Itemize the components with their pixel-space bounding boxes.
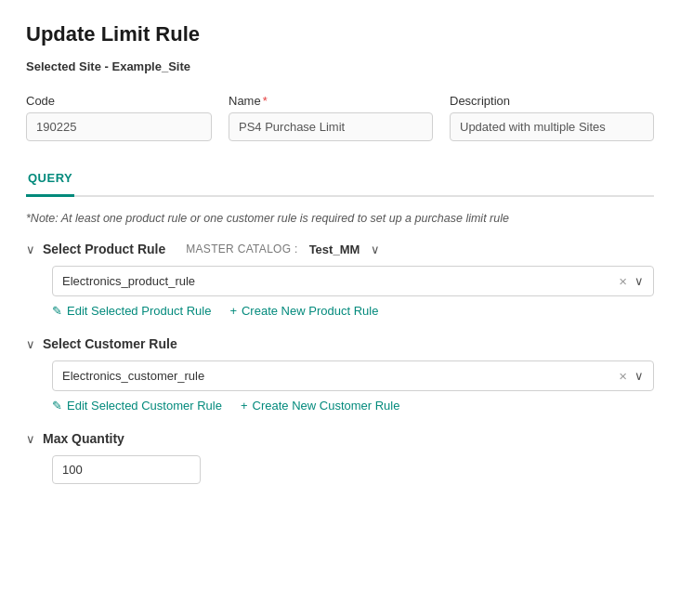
name-input[interactable] bbox=[229, 112, 433, 141]
catalog-label: MASTER CATALOG : bbox=[186, 242, 297, 256]
product-rule-actions: ✎ Edit Selected Product Rule + Create Ne… bbox=[52, 304, 654, 318]
product-rule-section: ∨ Select Product Rule MASTER CATALOG : T… bbox=[26, 242, 654, 318]
product-rule-select-actions: × ∨ bbox=[619, 274, 644, 288]
selected-site-label: Selected Site - Example_Site bbox=[26, 59, 654, 73]
product-rule-select[interactable]: Electronics_product_rule × ∨ bbox=[52, 266, 654, 296]
query-note: *Note: At least one product rule or one … bbox=[26, 212, 654, 225]
form-row: Code Name* Description bbox=[26, 94, 654, 141]
product-rule-selected-value: Electronics_product_rule bbox=[62, 274, 619, 288]
description-field-group: Description bbox=[450, 94, 654, 141]
customer-rule-selected-value: Electronics_customer_rule bbox=[62, 369, 619, 383]
customer-rule-clear-icon[interactable]: × bbox=[619, 369, 627, 383]
customer-rule-header: ∨ Select Customer Rule bbox=[26, 336, 654, 351]
customer-rule-section: ∨ Select Customer Rule Electronics_custo… bbox=[26, 336, 654, 413]
tabs-bar: QUERY bbox=[26, 164, 654, 197]
max-quantity-title: Max Quantity bbox=[43, 431, 124, 446]
code-field-group: Code bbox=[26, 94, 212, 141]
tab-query[interactable]: QUERY bbox=[26, 164, 74, 197]
catalog-value: Test_MM bbox=[309, 242, 360, 256]
page-title: Update Limit Rule bbox=[26, 22, 654, 46]
product-rule-clear-icon[interactable]: × bbox=[619, 274, 627, 288]
edit-product-rule-icon: ✎ bbox=[52, 304, 62, 318]
product-rule-chevron[interactable]: ∨ bbox=[26, 242, 35, 256]
code-input[interactable] bbox=[26, 112, 212, 141]
name-label: Name* bbox=[229, 94, 433, 108]
edit-customer-rule-link[interactable]: ✎ Edit Selected Customer Rule bbox=[52, 399, 222, 413]
max-quantity-chevron[interactable]: ∨ bbox=[26, 432, 35, 446]
customer-rule-chevron[interactable]: ∨ bbox=[26, 337, 35, 351]
customer-rule-actions: ✎ Edit Selected Customer Rule + Create N… bbox=[52, 399, 654, 413]
required-indicator: * bbox=[263, 94, 268, 108]
customer-rule-select-actions: × ∨ bbox=[619, 369, 644, 383]
create-customer-rule-link[interactable]: + Create New Customer Rule bbox=[241, 399, 400, 413]
customer-rule-title: Select Customer Rule bbox=[43, 336, 177, 351]
max-quantity-input[interactable] bbox=[52, 455, 201, 484]
code-label: Code bbox=[26, 94, 212, 108]
create-product-rule-link[interactable]: + Create New Product Rule bbox=[229, 304, 378, 318]
max-quantity-header: ∨ Max Quantity bbox=[26, 431, 654, 446]
max-quantity-section: ∨ Max Quantity bbox=[26, 431, 654, 484]
create-product-rule-icon: + bbox=[229, 304, 237, 318]
edit-product-rule-link[interactable]: ✎ Edit Selected Product Rule bbox=[52, 304, 211, 318]
product-rule-header: ∨ Select Product Rule MASTER CATALOG : T… bbox=[26, 242, 654, 256]
description-label: Description bbox=[450, 94, 654, 108]
customer-rule-select[interactable]: Electronics_customer_rule × ∨ bbox=[52, 360, 654, 391]
create-customer-rule-icon: + bbox=[241, 399, 248, 413]
catalog-chevron-icon[interactable]: ∨ bbox=[371, 242, 380, 256]
customer-rule-dropdown-icon[interactable]: ∨ bbox=[634, 369, 644, 383]
edit-customer-rule-icon: ✎ bbox=[52, 399, 62, 413]
name-field-group: Name* bbox=[229, 94, 433, 141]
product-rule-dropdown-icon[interactable]: ∨ bbox=[634, 274, 644, 288]
product-rule-title: Select Product Rule bbox=[43, 242, 165, 256]
description-input[interactable] bbox=[450, 112, 654, 141]
